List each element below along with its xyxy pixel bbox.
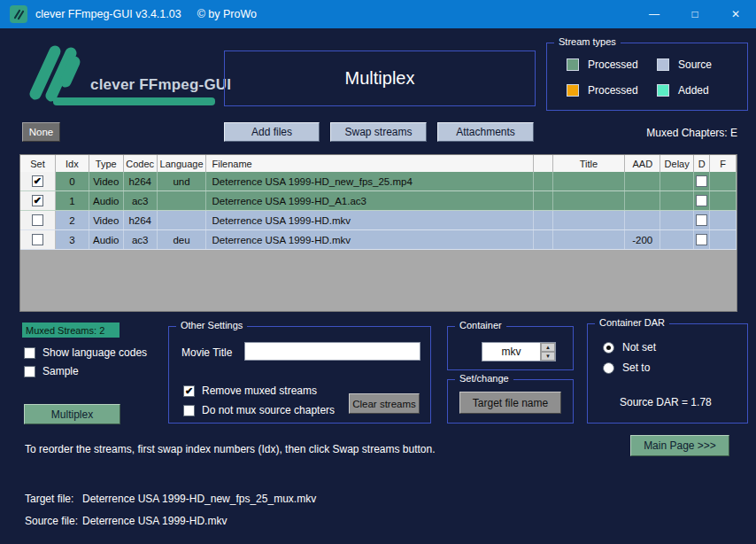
stream-types-title: Stream types [554, 36, 621, 47]
cell-aad [625, 211, 660, 229]
radio-circle[interactable] [603, 362, 614, 374]
legend-item-processed-orange: Processed [567, 84, 638, 97]
stream-types-group: Stream types Processed Source Processed … [546, 43, 748, 111]
cell-type: Audio [89, 191, 124, 210]
cell-filename: Deterrence USA 1999-HD_A1.ac3 [206, 191, 533, 210]
add-files-button[interactable]: Add files [224, 122, 320, 142]
radio-circle[interactable] [603, 342, 614, 354]
container-format-value[interactable]: mkv [482, 343, 540, 361]
none-button[interactable]: None [22, 122, 60, 142]
table-header-row: SetIdxTypeCodecLanguageFilenameTitleAADD… [20, 155, 737, 172]
cell-gap [534, 230, 553, 249]
cell-set [20, 211, 56, 229]
cell-type: Video [89, 211, 124, 229]
dar-not-set-radio[interactable]: Not set [603, 341, 656, 354]
cell-aad [625, 172, 660, 190]
remove-muxed-streams-checkbox[interactable]: Remove muxed streams [183, 385, 317, 397]
source-dar-value: Source DAR = 1.78 [620, 396, 712, 408]
legend-item-added: Added [657, 84, 709, 97]
checkbox-box[interactable] [183, 385, 195, 397]
spin-up-icon[interactable]: ▲ [541, 343, 555, 352]
cell-language: und [158, 172, 207, 190]
cell-idx: 2 [56, 211, 89, 229]
source-color-swatch [657, 58, 669, 71]
checkbox-box[interactable] [183, 405, 195, 416]
muxed-streams-badge: Muxed Streams: 2 [22, 323, 120, 338]
column-header-codec[interactable]: Codec [124, 155, 158, 172]
table-row[interactable]: 1Audioac3Deterrence USA 1999-HD_A1.ac3 [20, 191, 737, 211]
column-header-type[interactable]: Type [89, 155, 124, 172]
cell-d [694, 191, 710, 210]
cell-type: Video [89, 172, 124, 190]
container-title: Container [455, 320, 506, 330]
clear-streams-button[interactable]: Clear streams [349, 393, 420, 414]
table-row[interactable]: 3Audioac3deuDeterrence USA 1999-HD.mkv-2… [20, 230, 737, 250]
maximize-icon[interactable]: □ [675, 0, 715, 28]
container-format-spinner[interactable]: mkv ▲ ▼ [482, 342, 556, 361]
checkbox-box[interactable] [24, 347, 35, 359]
window-copyright: © by ProWo [197, 8, 257, 20]
cell-f [710, 191, 737, 210]
table-row[interactable]: 0Videoh264undDeterrence USA 1999-HD_new_… [20, 172, 737, 191]
set-checkbox[interactable] [32, 195, 43, 206]
d-checkbox[interactable] [696, 195, 707, 206]
column-header-f[interactable]: F [710, 155, 737, 172]
spin-down-icon[interactable]: ▼ [541, 352, 555, 361]
show-language-codes-checkbox[interactable]: Show language codes [24, 346, 147, 359]
container-dar-title: Container DAR [595, 317, 669, 328]
column-header-set[interactable]: Set [20, 155, 56, 172]
no-source-chapters-checkbox[interactable]: Do not mux source chapters [183, 404, 335, 416]
column-header-delay[interactable]: Delay [660, 155, 694, 172]
column-header-d[interactable]: D [694, 155, 710, 172]
cell-language [158, 211, 207, 229]
cell-title [553, 230, 626, 249]
cell-type: Audio [89, 230, 124, 249]
multiplex-button[interactable]: Multiplex [24, 404, 120, 424]
attachments-button[interactable]: Attachments [437, 122, 534, 142]
d-checkbox[interactable] [696, 234, 707, 245]
page-title: Multiplex [345, 68, 415, 89]
cell-idx: 3 [56, 230, 89, 249]
movie-title-input[interactable] [244, 342, 420, 361]
swap-streams-button[interactable]: Swap streams [330, 122, 427, 142]
cell-codec: h264 [124, 211, 158, 229]
cell-f [710, 211, 737, 229]
window-title: clever FFmpeg-GUI v3.4.1.03 [35, 8, 181, 20]
sample-checkbox[interactable]: Sample [24, 365, 79, 377]
legend-label: Processed [588, 84, 638, 97]
close-icon[interactable]: ✕ [715, 0, 756, 28]
dar-set-to-radio[interactable]: Set to [603, 361, 650, 374]
cell-title [553, 211, 626, 229]
set-checkbox[interactable] [32, 214, 43, 226]
set-checkbox[interactable] [32, 175, 43, 187]
target-file-name-button[interactable]: Target file name [459, 392, 561, 414]
d-checkbox[interactable] [696, 214, 707, 226]
cell-filename: Deterrence USA 1999-HD.mkv [206, 230, 533, 249]
processed-color-swatch [567, 58, 579, 71]
processed-orange-color-swatch [567, 84, 579, 97]
legend-item-processed-green: Processed [567, 58, 638, 71]
cell-gap [534, 172, 553, 190]
minimize-icon[interactable]: — [634, 0, 675, 28]
column-header-filename[interactable]: Filename [206, 155, 533, 172]
set-checkbox[interactable] [32, 234, 43, 245]
cell-set [20, 172, 56, 190]
column-header-title[interactable]: Title [553, 155, 626, 172]
column-header-aad[interactable]: AAD [625, 155, 660, 172]
d-checkbox[interactable] [696, 175, 707, 187]
streams-table[interactable]: SetIdxTypeCodecLanguageFilenameTitleAADD… [19, 154, 737, 312]
column-header-idx[interactable]: Idx [56, 155, 89, 172]
column-header-language[interactable]: Language [158, 155, 207, 172]
checkbox-box[interactable] [24, 366, 35, 377]
column-header-gap[interactable] [534, 155, 553, 172]
source-file-value: Deterrence USA 1999-HD.mkv [82, 515, 227, 527]
cell-delay [660, 191, 694, 210]
cell-gap [534, 191, 553, 210]
radio-label: Set to [622, 361, 650, 374]
table-row[interactable]: 2Videoh264Deterrence USA 1999-HD.mkv [20, 211, 737, 230]
cell-codec: h264 [124, 172, 158, 190]
cell-delay [660, 211, 694, 229]
main-page-button[interactable]: Main Page >>> [630, 435, 729, 456]
other-settings-title: Other Settings [176, 320, 247, 330]
cell-idx: 0 [56, 172, 89, 190]
